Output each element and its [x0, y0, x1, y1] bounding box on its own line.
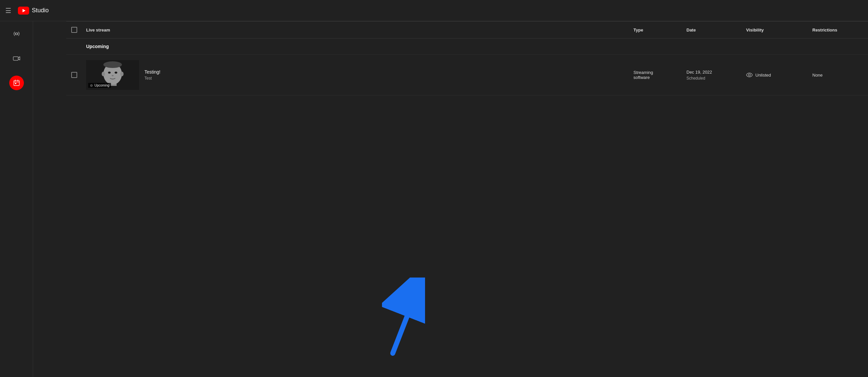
row-checkbox-col: [66, 72, 82, 78]
streams-table: Live stream Type Date Visibility Restric…: [66, 21, 868, 95]
schedule-icon: [13, 79, 20, 87]
header-type-col: Type: [629, 28, 682, 32]
hamburger-icon[interactable]: ☰: [5, 7, 11, 14]
date-sub: Scheduled: [686, 76, 738, 81]
live-badge-icon: [90, 84, 93, 87]
date-main: Dec 19, 2022: [686, 69, 738, 75]
eye-icon: [746, 72, 753, 77]
stream-title: Testing!: [145, 69, 160, 75]
thumbnail-badge: Upcoming: [88, 83, 111, 88]
youtube-logo-icon: [18, 7, 29, 14]
thumbnail: Upcoming: [86, 60, 139, 90]
header-checkbox-col: [66, 27, 82, 33]
type-line1: Streaming: [633, 70, 679, 75]
svg-point-12: [103, 61, 122, 68]
svg-point-2: [16, 33, 18, 35]
svg-point-9: [108, 71, 111, 74]
table-row: Upcoming Testing! Test Streaming softwar…: [66, 55, 868, 95]
visibility-label: Unlisted: [755, 72, 771, 78]
type-col: Streaming software: [629, 70, 682, 80]
header: ☰ Studio: [0, 0, 868, 21]
visibility-col: Unlisted: [742, 72, 808, 78]
row-checkbox[interactable]: [71, 72, 77, 78]
sidebar-item-live[interactable]: [9, 27, 24, 41]
header-date-col: Date: [682, 28, 742, 32]
svg-rect-3: [13, 57, 18, 60]
camera-icon: [12, 54, 21, 62]
restrictions-col: None: [808, 72, 868, 78]
header-visibility-col: Visibility: [742, 28, 808, 32]
date-col: Dec 19, 2022 Scheduled: [682, 69, 742, 81]
stream-subtitle: Test: [145, 76, 160, 81]
table-header: Live stream Type Date Visibility Restric…: [66, 21, 868, 38]
app-title: Studio: [32, 7, 49, 14]
header-livestream-col: Live stream: [82, 28, 629, 32]
svg-point-17: [748, 74, 750, 76]
svg-point-10: [115, 71, 117, 74]
sidebar-item-camera[interactable]: [9, 51, 24, 66]
svg-point-11: [112, 75, 114, 76]
sidebar-item-schedule[interactable]: [9, 76, 24, 90]
sidebar: [0, 0, 33, 377]
stream-text: Testing! Test: [145, 69, 160, 81]
section-upcoming: Upcoming: [66, 38, 868, 55]
svg-rect-5: [15, 83, 16, 84]
type-line2: software: [633, 75, 679, 80]
svg-point-14: [120, 71, 124, 76]
header-restrictions-col: Restrictions: [808, 28, 868, 32]
live-icon: [12, 30, 21, 38]
logo: Studio: [18, 7, 49, 14]
svg-point-13: [102, 71, 105, 76]
stream-info-col: Upcoming Testing! Test: [82, 60, 629, 90]
svg-point-16: [91, 85, 92, 86]
select-all-checkbox[interactable]: [71, 27, 77, 33]
svg-rect-4: [13, 81, 19, 86]
main-content: Live stream Type Date Visibility Restric…: [66, 21, 868, 377]
